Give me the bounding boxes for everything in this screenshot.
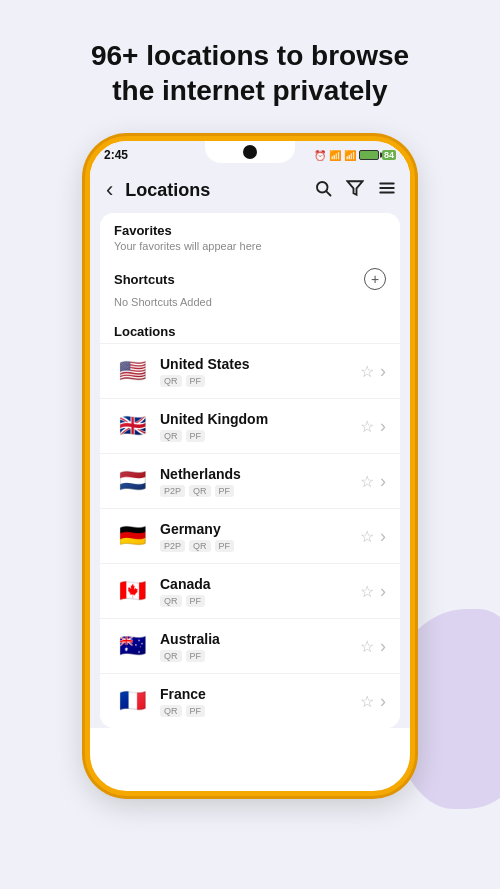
location-name-ca: Canada xyxy=(160,575,350,593)
phone-notch xyxy=(205,141,295,163)
svg-line-1 xyxy=(326,191,330,195)
location-item-uk[interactable]: 🇬🇧 United Kingdom QR PF ☆ › xyxy=(100,398,400,453)
location-item-ca[interactable]: 🇨🇦 Canada QR PF ☆ › xyxy=(100,563,400,618)
location-info-fr: France QR PF xyxy=(160,685,350,717)
nav-icons xyxy=(314,179,396,202)
flag-de: 🇩🇪 xyxy=(114,518,150,554)
location-tags-nl: P2P QR PF xyxy=(160,485,350,497)
battery-percent: 84 xyxy=(382,150,396,160)
location-info-nl: Netherlands P2P QR PF xyxy=(160,465,350,497)
tag-qr: QR xyxy=(160,430,182,442)
tag-qr: QR xyxy=(160,705,182,717)
favorites-empty: Your favorites will appear here xyxy=(100,240,400,260)
menu-icon[interactable] xyxy=(378,179,396,202)
location-info-ca: Canada QR PF xyxy=(160,575,350,607)
location-name-fr: France xyxy=(160,685,350,703)
headline-line1: 96+ locations to browse xyxy=(91,40,409,71)
tag-pf: PF xyxy=(186,650,206,662)
favorites-header: Favorites xyxy=(100,213,400,240)
tag-pf: PF xyxy=(186,375,206,387)
location-name-nl: Netherlands xyxy=(160,465,350,483)
tag-p2p: P2P xyxy=(160,485,185,497)
favorite-star-de[interactable]: ☆ xyxy=(360,527,374,546)
tag-qr: QR xyxy=(160,595,182,607)
tag-p2p: P2P xyxy=(160,540,185,552)
chevron-us: › xyxy=(380,361,386,382)
locations-section-label: Locations xyxy=(100,318,400,343)
chevron-nl: › xyxy=(380,471,386,492)
search-icon[interactable] xyxy=(314,179,332,202)
tag-qr: QR xyxy=(160,375,182,387)
location-tags-fr: QR PF xyxy=(160,705,350,717)
favorite-star-fr[interactable]: ☆ xyxy=(360,692,374,711)
tag-pf: PF xyxy=(186,595,206,607)
status-icons: ⏰ 📶 📶 84 xyxy=(314,150,396,161)
tag-qr: QR xyxy=(189,485,211,497)
location-name-au: Australia xyxy=(160,630,350,648)
location-info-uk: United Kingdom QR PF xyxy=(160,410,350,442)
tag-qr: QR xyxy=(189,540,211,552)
locations-list-card: Favorites Your favorites will appear her… xyxy=(100,213,400,728)
flag-uk: 🇬🇧 xyxy=(114,408,150,444)
shortcuts-header: Shortcuts + xyxy=(100,260,400,294)
location-actions-de: ☆ › xyxy=(360,526,386,547)
location-item-fr[interactable]: 🇫🇷 France QR PF ☆ › xyxy=(100,673,400,728)
flag-us: 🇺🇸 xyxy=(114,353,150,389)
location-name-de: Germany xyxy=(160,520,350,538)
battery-icon xyxy=(359,150,379,160)
flag-au: 🇦🇺 xyxy=(114,628,150,664)
location-tags-au: QR PF xyxy=(160,650,350,662)
location-actions-au: ☆ › xyxy=(360,636,386,657)
location-tags-ca: QR PF xyxy=(160,595,350,607)
location-name-uk: United Kingdom xyxy=(160,410,350,428)
location-name-us: United States xyxy=(160,355,350,373)
headline: 96+ locations to browse the internet pri… xyxy=(61,0,439,128)
location-info-us: United States QR PF xyxy=(160,355,350,387)
location-actions-uk: ☆ › xyxy=(360,416,386,437)
location-actions-fr: ☆ › xyxy=(360,691,386,712)
flag-ca: 🇨🇦 xyxy=(114,573,150,609)
favorite-star-nl[interactable]: ☆ xyxy=(360,472,374,491)
tag-pf: PF xyxy=(186,705,206,717)
chevron-au: › xyxy=(380,636,386,657)
location-item-nl[interactable]: 🇳🇱 Netherlands P2P QR PF ☆ › xyxy=(100,453,400,508)
location-item-de[interactable]: 🇩🇪 Germany P2P QR PF ☆ › xyxy=(100,508,400,563)
location-tags-uk: QR PF xyxy=(160,430,350,442)
top-nav: ‹ Locations xyxy=(90,169,410,213)
tag-pf: PF xyxy=(215,540,235,552)
location-actions-nl: ☆ › xyxy=(360,471,386,492)
nav-title: Locations xyxy=(125,180,304,201)
back-button[interactable]: ‹ xyxy=(104,175,115,205)
chevron-fr: › xyxy=(380,691,386,712)
favorite-star-au[interactable]: ☆ xyxy=(360,637,374,656)
alarm-icon: ⏰ xyxy=(314,150,326,161)
add-shortcut-button[interactable]: + xyxy=(364,268,386,290)
flag-nl: 🇳🇱 xyxy=(114,463,150,499)
app-content: ‹ Locations xyxy=(90,169,410,728)
chevron-ca: › xyxy=(380,581,386,602)
location-tags-us: QR PF xyxy=(160,375,350,387)
status-time: 2:45 xyxy=(104,148,128,162)
location-info-de: Germany P2P QR PF xyxy=(160,520,350,552)
favorite-star-uk[interactable]: ☆ xyxy=(360,417,374,436)
signal-icon: 📶 xyxy=(344,150,356,161)
shortcuts-empty: No Shortcuts Added xyxy=(100,294,400,318)
tag-qr: QR xyxy=(160,650,182,662)
location-tags-de: P2P QR PF xyxy=(160,540,350,552)
tag-pf: PF xyxy=(186,430,206,442)
headline-line2: the internet privately xyxy=(112,75,387,106)
flag-fr: 🇫🇷 xyxy=(114,683,150,719)
location-actions-us: ☆ › xyxy=(360,361,386,382)
location-info-au: Australia QR PF xyxy=(160,630,350,662)
favorite-star-ca[interactable]: ☆ xyxy=(360,582,374,601)
shortcuts-label: Shortcuts xyxy=(114,272,175,287)
location-item-us[interactable]: 🇺🇸 United States QR PF ☆ › xyxy=(100,343,400,398)
phone-frame: 2:45 ⏰ 📶 📶 84 ‹ Locations xyxy=(85,136,415,796)
favorite-star-us[interactable]: ☆ xyxy=(360,362,374,381)
chevron-de: › xyxy=(380,526,386,547)
chevron-uk: › xyxy=(380,416,386,437)
location-item-au[interactable]: 🇦🇺 Australia QR PF ☆ › xyxy=(100,618,400,673)
filter-icon[interactable] xyxy=(346,179,364,202)
location-actions-ca: ☆ › xyxy=(360,581,386,602)
page-background: 96+ locations to browse the internet pri… xyxy=(0,0,500,889)
